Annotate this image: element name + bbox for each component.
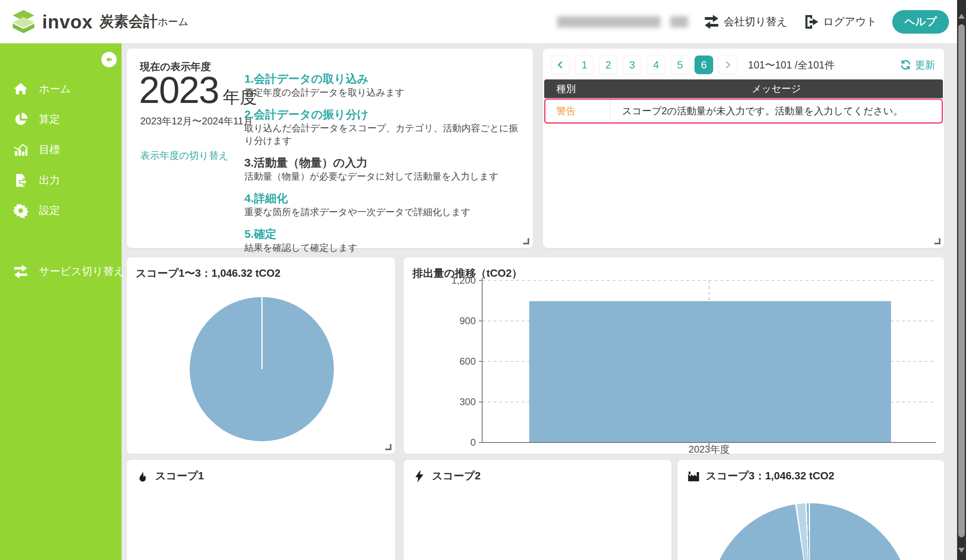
- header-actions: 会社切り替え ログアウト ヘルプ: [557, 0, 949, 43]
- card-title-text: スコープ3：1,046.32 tCO2: [706, 469, 834, 483]
- pagination-range-text: 101〜101 /全101件: [748, 58, 835, 72]
- pie-slice-divider: [261, 297, 263, 369]
- logout-button[interactable]: ログアウト: [803, 14, 877, 30]
- sidebar-item-calculation[interactable]: 算定: [0, 104, 122, 135]
- logo-icon: [11, 9, 36, 35]
- resize-handle[interactable]: [385, 444, 391, 450]
- export-icon: [13, 173, 28, 188]
- home-icon: [13, 81, 28, 97]
- sidebar: ホーム 算定 目標: [0, 43, 122, 560]
- logo-suffix-text: 炭素会計: [99, 12, 158, 32]
- scope1-card: スコープ1: [127, 460, 395, 560]
- pagination: 1 2 3 4 5 6 101〜101 /全101件 更新: [551, 56, 936, 74]
- messages-table: 種別 メッセージ 警告 スコープ2の活動量が未入力です。活動量を入力してください…: [544, 79, 943, 124]
- sidebar-item-output[interactable]: 出力: [0, 165, 122, 195]
- target-chart-icon: [13, 142, 28, 158]
- sidebar-item-label: サービス切り替え: [39, 264, 124, 278]
- logout-label: ログアウト: [823, 15, 877, 29]
- app-logo[interactable]: invox 炭素会計: [11, 0, 158, 43]
- scope3-card: スコープ3：1,046.32 tCO2: [677, 460, 944, 560]
- refresh-label: 更新: [915, 58, 935, 72]
- y-tick-1200: 1,200: [451, 275, 476, 286]
- sidebar-menu: ホーム 算定 目標: [0, 74, 122, 226]
- scope1-title: スコープ1: [136, 469, 204, 483]
- message-text: スコープ2の活動量が未入力です。活動量を入力してください。: [611, 105, 942, 118]
- pagination-page-1[interactable]: 1: [575, 56, 594, 74]
- resize-handle[interactable]: [934, 238, 940, 244]
- masked-company-name: [557, 16, 660, 28]
- sidebar-item-label: ホーム: [39, 82, 71, 96]
- step-link[interactable]: 2.会計データの振り分け: [244, 107, 521, 122]
- pagination-page-5[interactable]: 5: [671, 56, 689, 74]
- scope-total-pie-card: スコープ1〜3：1,046.32 tCO2: [127, 257, 395, 454]
- scope3-pie-chart: [710, 503, 910, 560]
- fiscal-year-card: 現在の表示年度 2023 年度 2023年12月〜2024年11月 表示年度の切…: [127, 49, 533, 248]
- step-link[interactable]: 4.詳細化: [244, 191, 521, 206]
- y-tick-900: 900: [459, 315, 476, 326]
- sidebar-item-home[interactable]: ホーム: [0, 74, 122, 104]
- swap-arrows-icon: [13, 264, 28, 279]
- nav-home[interactable]: ホーム: [158, 0, 188, 43]
- pagination-page-2[interactable]: 2: [599, 56, 618, 74]
- fiscal-year-period: 2023年12月〜2024年11月: [140, 115, 253, 128]
- scrollbar-down-arrow[interactable]: [958, 548, 965, 553]
- workflow-step-3-current: 3.活動量（物量）の入力 活動量（物量）が必要なデータに対して活動量を入力します: [244, 155, 521, 183]
- gear-icon: [13, 203, 28, 218]
- resize-handle[interactable]: [523, 238, 529, 244]
- switch-company-label: 会社切り替え: [724, 15, 787, 29]
- app-root: invox 炭素会計 ホーム 会社切り替え ログアウト ヘルプ: [0, 0, 966, 560]
- emission-bar-chart: 1,200 900 600 300 0 2023年度: [404, 257, 944, 454]
- workflow-steps: 1.会計データの取り込み 算定年度の会計データを取り込みます 2.会計データの振…: [244, 71, 521, 262]
- workflow-step-5: 5.確定 結果を確認して確定します: [244, 227, 521, 254]
- swap-arrows-icon: [703, 14, 720, 30]
- scrollbar-up-arrow[interactable]: [958, 14, 965, 19]
- warning-message-row[interactable]: 警告 スコープ2の活動量が未入力です。活動量を入力してください。: [544, 98, 943, 124]
- card-title-text: スコープ1: [155, 469, 204, 483]
- scope2-title: スコープ2: [412, 469, 481, 483]
- flame-icon: [136, 469, 150, 483]
- pie-icon: [13, 112, 28, 127]
- switch-fiscal-year-link[interactable]: 表示年度の切り替え: [140, 149, 229, 162]
- card-title-text: スコープ1〜3：1,046.32 tCO2: [136, 266, 280, 280]
- step-description: 取り込んだ会計データをスコープ、カテゴリ、活動内容ごとに振り分けます: [244, 122, 521, 147]
- step-description: 算定年度の会計データを取り込みます: [244, 86, 521, 99]
- sidebar-item-settings[interactable]: 設定: [0, 195, 122, 226]
- y-tick-300: 300: [459, 396, 476, 407]
- pagination-prev-button[interactable]: [551, 56, 570, 74]
- step-description: 重要な箇所を請求データや一次データで詳細化します: [244, 206, 521, 218]
- refresh-button[interactable]: 更新: [900, 56, 935, 74]
- scope-total-pie-title: スコープ1〜3：1,046.32 tCO2: [136, 266, 280, 280]
- messages-card: 1 2 3 4 5 6 101〜101 /全101件 更新: [543, 49, 944, 248]
- fiscal-year-number: 2023: [139, 70, 219, 110]
- bolt-icon: [412, 469, 426, 483]
- step-link[interactable]: 1.会計データの取り込み: [244, 71, 521, 86]
- emission-trend-card: 排出量の推移（tCO2） 1,200 900 600 300 0 2023年度: [404, 257, 944, 454]
- sidebar-item-target[interactable]: 目標: [0, 135, 122, 165]
- help-button[interactable]: ヘルプ: [892, 10, 949, 34]
- pagination-page-4[interactable]: 4: [647, 56, 665, 74]
- refresh-icon: [900, 59, 912, 71]
- pagination-next-button[interactable]: [718, 56, 737, 74]
- step-description: 活動量（物量）が必要なデータに対して活動量を入力します: [244, 170, 521, 183]
- sidebar-item-label: 目標: [39, 143, 60, 157]
- fiscal-year-value: 2023 年度: [139, 70, 257, 110]
- scope-total-pie-chart: [190, 297, 334, 441]
- sidebar-item-service-switch[interactable]: サービス切り替え: [0, 256, 135, 286]
- step-link[interactable]: 5.確定: [244, 227, 521, 242]
- x-tick-2023: 2023年度: [688, 444, 729, 454]
- scrollbar-thumb[interactable]: [958, 24, 965, 537]
- workflow-step-4: 4.詳細化 重要な箇所を請求データや一次データで詳細化します: [244, 191, 521, 218]
- pagination-page-6-active[interactable]: 6: [695, 56, 713, 74]
- column-header-message: メッセージ: [610, 82, 943, 95]
- masked-company-badge: [670, 16, 688, 28]
- switch-company-button[interactable]: 会社切り替え: [703, 14, 787, 30]
- pagination-page-3[interactable]: 3: [623, 56, 641, 74]
- workflow-step-1: 1.会計データの取り込み 算定年度の会計データを取り込みます: [244, 71, 521, 99]
- step-description: 結果を確認して確定します: [244, 242, 521, 254]
- sidebar-collapse-button[interactable]: [101, 52, 117, 67]
- logo-text: invox: [42, 11, 93, 33]
- sidebar-item-label: 出力: [39, 173, 60, 187]
- sidebar-item-label: 算定: [39, 112, 60, 126]
- step-link[interactable]: 3.活動量（物量）の入力: [244, 155, 521, 170]
- message-type-warning: 警告: [545, 100, 611, 122]
